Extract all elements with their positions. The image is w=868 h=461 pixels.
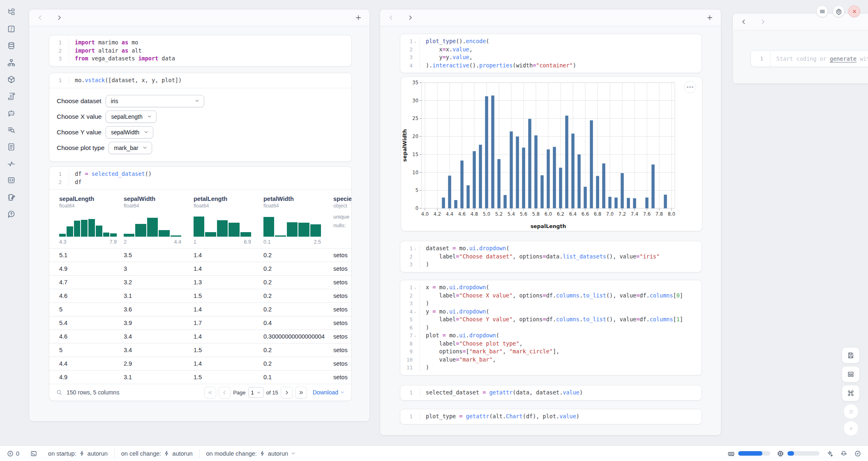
- code-line[interactable]: 11): [400, 364, 702, 372]
- chevron-left-icon[interactable]: [388, 14, 395, 21]
- table-row[interactable]: 4.931.40.2setos: [49, 262, 351, 275]
- chevron-right-icon[interactable]: [406, 14, 414, 21]
- code-editor[interactable]: 1selected_dataset = getattr(data, datase…: [400, 385, 702, 400]
- empty-code-cell[interactable]: 1 Start coding or generate with: [750, 50, 868, 67]
- runtime-config-1[interactable]: on startup:autorun: [48, 450, 108, 457]
- column-header[interactable]: sepalLengthfloat644.37.9: [55, 196, 120, 245]
- chevron-left-icon[interactable]: [740, 18, 748, 25]
- code-line[interactable]: 5 label="Choose Y value", options=df.col…: [400, 316, 702, 324]
- rail-file-tree-icon[interactable]: [6, 7, 17, 17]
- dataset-select[interactable]: iris: [106, 95, 204, 107]
- runtime-config-2[interactable]: on cell change:autorun: [121, 450, 193, 457]
- code-line[interactable]: 3): [400, 260, 702, 269]
- plot-type-select[interactable]: mark_bar: [108, 142, 152, 154]
- shortcuts-button[interactable]: [842, 385, 860, 401]
- code-line[interactable]: 2import altair as alt: [49, 47, 351, 55]
- chevron-left-icon[interactable]: [37, 14, 44, 21]
- code-line[interactable]: 2 x=x.value,: [400, 46, 702, 54]
- rail-chat-bot-icon[interactable]: [6, 108, 17, 118]
- chart-menu-button[interactable]: [684, 81, 696, 93]
- rail-functions-icon[interactable]: f: [6, 23, 17, 34]
- last-page-button[interactable]: [295, 387, 307, 399]
- code-line[interactable]: 7⌄plot = mo.ui.dropdown(: [400, 332, 702, 340]
- code-editor[interactable]: 1⌄dataset = mo.ui.dropdown(2 label="Choo…: [400, 241, 702, 272]
- code-line[interactable]: 1⌄dataset = mo.ui.dropdown(: [400, 244, 702, 253]
- bar-chart[interactable]: 4.04.24.44.64.85.05.25.45.65.86.06.26.46…: [401, 77, 703, 231]
- ai-button[interactable]: [826, 450, 833, 457]
- code-line[interactable]: 1plot_type = getattr(alt.Chart(df), plot…: [400, 413, 702, 421]
- terminal-button[interactable]: [30, 450, 37, 457]
- connection-status-button[interactable]: [854, 450, 861, 457]
- rail-package-icon[interactable]: [6, 74, 17, 85]
- layout-button[interactable]: [842, 366, 860, 383]
- first-page-button[interactable]: [204, 387, 216, 399]
- code-line[interactable]: 2 label="Choose dataset", options=data.l…: [400, 253, 702, 261]
- code-line[interactable]: 6): [400, 324, 702, 332]
- table-row[interactable]: 4.42.91.40.2setos: [49, 357, 351, 370]
- rail-help-icon[interactable]: [6, 209, 17, 219]
- column-header[interactable]: sepalWidthfloat6424.4: [120, 196, 189, 245]
- download-button[interactable]: Download: [313, 389, 345, 396]
- table-row[interactable]: 4.63.11.50.2setos: [49, 289, 351, 302]
- chevron-right-icon[interactable]: [55, 14, 63, 21]
- table-row[interactable]: 5.43.91.70.4setos: [49, 316, 351, 330]
- code-line[interactable]: 1⌄plot_type().encode(: [400, 37, 702, 46]
- code-line[interactable]: 4⌄y = mo.ui.dropdown(: [400, 308, 702, 316]
- table-row[interactable]: 53.41.50.2setos: [49, 343, 351, 357]
- code-line[interactable]: 1import marimo as mo: [49, 39, 351, 47]
- table-row[interactable]: 5.13.51.40.2setos: [49, 248, 351, 262]
- next-page-button[interactable]: [281, 387, 293, 399]
- add-cell-icon[interactable]: [355, 14, 362, 21]
- stop-button[interactable]: [843, 404, 859, 419]
- run-button[interactable]: [843, 421, 859, 436]
- column-header[interactable]: petalLengthfloat6416.9: [189, 196, 259, 245]
- rail-documentation-icon[interactable]: [6, 141, 17, 152]
- code-editor[interactable]: 1⌄x = mo.ui.dropdown(2 label="Choose X v…: [400, 280, 702, 375]
- code-editor[interactable]: 1⌄plot_type().encode(2 x=x.value,3 y=y.v…: [400, 34, 702, 73]
- code-line[interactable]: 3): [400, 300, 702, 308]
- rail-logs-icon[interactable]: [6, 91, 17, 101]
- add-cell-icon[interactable]: [706, 14, 713, 21]
- code-editor[interactable]: 1plot_type = getattr(alt.Chart(df), plot…: [400, 409, 702, 424]
- rail-dependency-graph-icon[interactable]: [6, 57, 17, 68]
- code-line[interactable]: 1df = selected_dataset(): [49, 170, 351, 178]
- save-button[interactable]: [842, 347, 860, 364]
- code-line[interactable]: 1mo.vstack([dataset, x, y, plot]): [49, 76, 351, 85]
- chevron-right-icon[interactable]: [759, 18, 766, 25]
- column-header[interactable]: petalWidthfloat640.12.5: [259, 196, 329, 245]
- code-line[interactable]: 3from vega_datasets import data: [49, 55, 351, 63]
- rail-database-icon[interactable]: [6, 40, 17, 51]
- code-editor[interactable]: 1mo.vstack([dataset, x, y, plot]): [49, 73, 351, 88]
- code-line[interactable]: 3 y=y.value,: [400, 53, 702, 62]
- generate-link[interactable]: generate: [830, 55, 856, 62]
- rail-tracing-icon[interactable]: [6, 158, 17, 169]
- prev-page-button[interactable]: [219, 387, 231, 399]
- y-value-select[interactable]: sepalWidth: [106, 126, 153, 138]
- page-select[interactable]: 1: [248, 387, 264, 398]
- table-row[interactable]: 4.93.11.50.1setos: [49, 370, 351, 384]
- runtime-config-3[interactable]: on module change:autorun: [206, 450, 296, 457]
- code-line[interactable]: 10 value="mark_bar",: [400, 356, 702, 364]
- code-line[interactable]: 1selected_dataset = getattr(data, datase…: [400, 389, 702, 397]
- copilot-button[interactable]: [840, 450, 847, 457]
- table-row[interactable]: 4.73.21.30.2setos: [49, 275, 351, 289]
- code-editor[interactable]: 1df = selected_dataset()2df: [49, 167, 351, 189]
- rail-scratchpad-icon[interactable]: [6, 192, 17, 203]
- code-editor[interactable]: 1import marimo as mo2import altair as al…: [49, 35, 351, 66]
- code-line[interactable]: 2df: [49, 178, 351, 187]
- table-row[interactable]: 4.63.41.40.30000000000000004setos: [49, 330, 351, 343]
- code-line[interactable]: 2 label="Choose X value", options=df.col…: [400, 292, 702, 300]
- search-icon[interactable]: [56, 389, 62, 396]
- code-line[interactable]: 9 options=["mark_bar", "mark_circle"],: [400, 348, 702, 356]
- code-line[interactable]: 1⌄x = mo.ui.dropdown(: [400, 284, 702, 292]
- menu-button[interactable]: [816, 5, 828, 17]
- code-line[interactable]: 4).interactive().properties(width="conta…: [400, 62, 702, 70]
- table-row[interactable]: 53.61.40.2setos: [49, 302, 351, 316]
- code-line[interactable]: 8 label="Choose plot type",: [400, 340, 702, 348]
- rail-snippets-icon[interactable]: [6, 175, 17, 186]
- rail-outline-search-icon[interactable]: [6, 124, 17, 135]
- close-button[interactable]: [848, 5, 860, 17]
- errors-button[interactable]: 0: [7, 450, 19, 457]
- x-value-select[interactable]: sepalLength: [106, 111, 156, 123]
- settings-button[interactable]: [833, 5, 845, 17]
